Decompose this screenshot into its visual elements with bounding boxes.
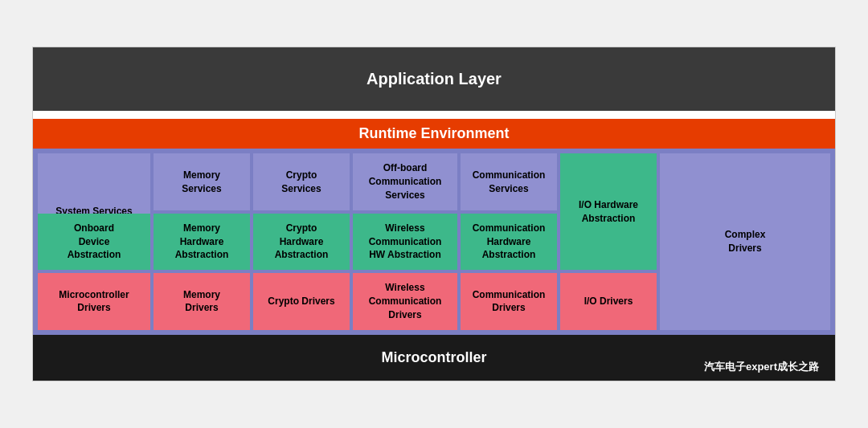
runtime-environment: Runtime Environment [33,119,835,149]
offboard-comm-services-label: Off-boardCommunicationServices [369,161,442,202]
comm-hw-abs-cell: CommunicationHardwareAbstraction [461,214,557,270]
mcu-drivers-label: MicrocontrollerDrivers [59,288,129,316]
crypto-drivers-cell: Crypto Drivers [253,273,350,329]
comm-services-cell: CommunicationServices [461,153,557,210]
crypto-drivers-label: Crypto Drivers [268,295,334,308]
application-layer: Application Layer [33,47,835,111]
crypto-services-label: CryptoServices [281,169,321,196]
io-hw-abs-label: I/O HardwareAbstraction [579,198,638,226]
comm-hw-abs-label: CommunicationHardwareAbstraction [473,222,546,262]
microcontroller-label: Microcontroller [381,349,486,365]
crypto-hw-abs-cell: CryptoHardwareAbstraction [253,214,350,270]
memory-hw-abs-cell: MemoryHardwareAbstraction [154,214,250,270]
io-drivers-label: I/O Drivers [584,295,633,308]
wireless-comm-hw-abs-label: WirelessCommunicationHW Abstraction [369,222,442,262]
io-hw-abs-cell: I/O HardwareAbstraction [560,153,657,270]
application-layer-label: Application Layer [366,70,502,88]
comm-drivers-label: CommunicationDrivers [473,288,546,316]
complex-drivers-label: ComplexDrivers [725,228,766,255]
architecture-grid: System Services MemoryServices CryptoSer… [33,149,835,334]
wireless-comm-hw-abs-cell: WirelessCommunicationHW Abstraction [353,214,457,270]
memory-services-label: MemoryServices [182,169,221,196]
onboard-device-abs-cell: OnboardDeviceAbstraction [38,214,150,270]
crypto-hw-abs-label: CryptoHardwareAbstraction [275,222,329,262]
memory-drivers-cell: MemoryDrivers [154,273,250,329]
diagram-container: Application Layer Runtime Environment Sy… [32,47,836,381]
complex-drivers-cell: ComplexDrivers [660,153,830,329]
io-drivers-cell: I/O Drivers [560,273,657,329]
memory-services-cell: MemoryServices [154,153,250,210]
offboard-comm-services-cell: Off-boardCommunicationServices [353,153,457,210]
memory-hw-abs-label: MemoryHardwareAbstraction [175,222,229,262]
wireless-comm-drivers-cell: WirelessCommunicationDrivers [353,273,457,329]
memory-drivers-label: MemoryDrivers [183,288,220,316]
onboard-device-abs-label: OnboardDeviceAbstraction [68,222,121,262]
mcu-drivers-cell: MicrocontrollerDrivers [38,273,150,329]
comm-services-label: CommunicationServices [473,169,546,196]
crypto-services-cell: CryptoServices [253,153,350,210]
watermark: 汽车电子expert成长之路 [704,360,819,374]
wireless-comm-drivers-label: WirelessCommunicationDrivers [369,281,442,321]
comm-drivers-cell: CommunicationDrivers [461,273,557,329]
rte-label: Runtime Environment [358,125,509,141]
microcontroller-bar: Microcontroller 汽车电子expert成长之路 [33,335,835,381]
